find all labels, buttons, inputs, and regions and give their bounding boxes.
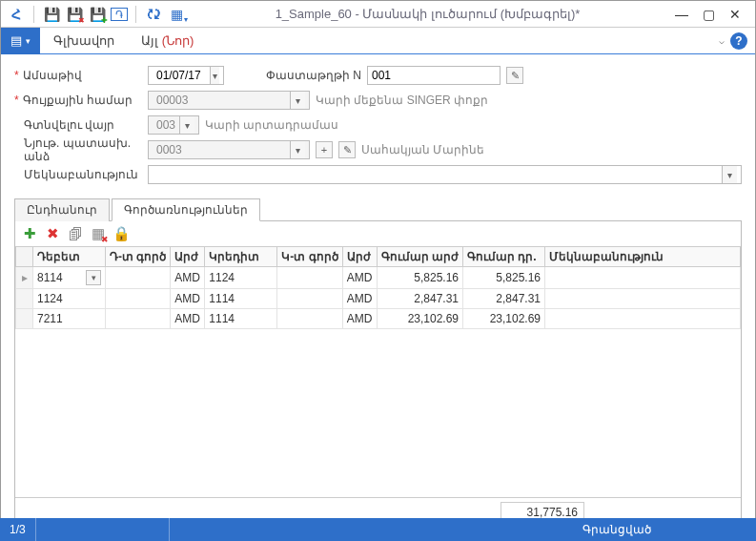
refresh-icon[interactable]: 🗘	[144, 5, 163, 24]
lock-icon[interactable]: 🔒	[112, 225, 130, 242]
col-ccoef[interactable]: Կ-տ գործ	[277, 247, 342, 267]
minimize-button[interactable]: —	[669, 5, 694, 24]
price-icon[interactable]: ֏	[111, 8, 128, 21]
menu-main[interactable]: Գլխավոր	[40, 33, 128, 48]
collapse-ribbon-icon[interactable]: ⌵	[719, 35, 725, 46]
maximize-button[interactable]: ▢	[696, 5, 721, 24]
status-bar: 1/3 Գրանցված	[0, 518, 756, 541]
status-page: 1/3	[0, 518, 36, 541]
table-row[interactable]: ▸ 8114▾ AMD 1124 AMD 5,825.16 5,825.16	[16, 267, 741, 289]
location-label: Գտնվելու վայր	[14, 118, 148, 132]
delete-row-icon[interactable]: ✖	[44, 225, 61, 242]
clear-grid-icon[interactable]: ▦✖	[90, 225, 107, 242]
app-logo-icon[interactable]: Հ	[7, 5, 26, 24]
row-indicator-icon: ▸	[16, 267, 33, 289]
file-menu-icon: ▤	[10, 33, 22, 48]
location-desc: Կարի արտադրամաս	[205, 118, 338, 132]
col-note[interactable]: Մեկնաբանություն	[545, 247, 741, 267]
location-combo[interactable]: 003 ▾	[148, 115, 199, 135]
add-icon[interactable]: +	[316, 141, 333, 158]
resp-combo[interactable]: 0003 ▾	[148, 140, 310, 159]
save-new-icon[interactable]: 💾✚	[88, 5, 107, 24]
copy-row-icon[interactable]: 🗐	[67, 225, 84, 242]
date-caret-icon[interactable]: ▾	[210, 67, 219, 84]
date-label: Ամսաթիվ	[23, 69, 82, 82]
comment-input[interactable]: ▾	[148, 165, 742, 184]
tab-strip: Ընդհանուր Գործառնություններ	[14, 198, 742, 221]
columns-icon[interactable]: ▦▾	[167, 5, 186, 24]
chevron-down-icon[interactable]: ▾	[179, 116, 194, 134]
caret-down-icon: ▾	[26, 36, 31, 46]
chevron-down-icon[interactable]: ▾	[722, 166, 737, 183]
chevron-down-icon[interactable]: ▾	[290, 92, 305, 109]
form-panel: *Ամսաթիվ ▾ Փաստաթղթի N ✎ *Գույքային համա…	[1, 54, 755, 194]
docnum-wand-icon[interactable]: ✎	[506, 67, 523, 84]
col-amtdram[interactable]: Գումար դր.	[463, 247, 545, 267]
add-row-icon[interactable]: ✚	[21, 225, 38, 242]
resp-desc: Սահակյան Մարինե	[361, 143, 484, 156]
menu-bar: ▤ ▾ Գլխավոր Այլ (Նոր) ⌵ ?	[1, 28, 755, 54]
invnum-label: Գույքային համար	[23, 94, 133, 107]
close-button[interactable]: ✕	[723, 5, 747, 24]
grid-panel: ✚ ✖ 🗐 ▦✖ 🔒 Դեբետ Դ-տ գործ Արժ Կրեդիտ Կ-տ…	[14, 220, 742, 528]
edit-icon[interactable]: ✎	[338, 141, 356, 158]
table-row[interactable]: 7211 AMD 1114 AMD 23,102.69 23,102.69	[16, 309, 741, 329]
title-bar: Հ 💾 💾✖ 💾✚ ֏ 🗘 ▦▾ 1_Sample_60 - Մասնակի լ…	[1, 1, 755, 28]
save-icon[interactable]: 💾	[42, 5, 61, 24]
grid-toolbar: ✚ ✖ 🗐 ▦✖ 🔒	[15, 221, 741, 246]
invnum-desc: Կարի մեքենա SINGER փոքր	[316, 94, 488, 107]
docnum-label: Փաստաթղթի N	[262, 69, 367, 82]
col-credit[interactable]: Կրեդիտ	[205, 247, 277, 267]
help-icon[interactable]: ?	[730, 32, 747, 50]
col-ccur[interactable]: Արժ	[342, 247, 377, 267]
status-state: Գրանցված	[573, 518, 661, 541]
save-close-icon[interactable]: 💾✖	[65, 5, 84, 24]
window-title: 1_Sample_60 - Մասնակի լուծարում (Խմբագրե…	[186, 7, 669, 21]
invnum-combo[interactable]: 00003 ▾	[148, 91, 310, 110]
chevron-down-icon[interactable]: ▾	[290, 141, 305, 158]
col-debit[interactable]: Դեբետ	[33, 247, 106, 267]
date-input[interactable]: ▾	[148, 66, 224, 85]
docnum-input[interactable]	[367, 66, 501, 85]
col-dcur[interactable]: Արժ	[171, 247, 205, 267]
col-dcoef[interactable]: Դ-տ գործ	[106, 247, 171, 267]
col-amtcur[interactable]: Գումար արժ	[377, 247, 462, 267]
chevron-down-icon[interactable]: ▾	[86, 270, 101, 285]
entries-grid[interactable]: Դեբետ Դ-տ գործ Արժ Կրեդիտ Կ-տ գործ Արժ Գ…	[15, 246, 741, 329]
menu-other[interactable]: Այլ (Նոր)	[128, 33, 207, 48]
file-menu-button[interactable]: ▤ ▾	[1, 28, 40, 54]
resp-label: Նյութ. պատասխ. անձ	[14, 136, 148, 163]
tab-entries[interactable]: Գործառնություններ	[112, 198, 260, 221]
comment-label: Մեկնաբանություն	[14, 168, 148, 181]
tab-general[interactable]: Ընդհանուր	[14, 198, 110, 221]
table-row[interactable]: 1124 AMD 1114 AMD 2,847.31 2,847.31	[16, 289, 741, 309]
